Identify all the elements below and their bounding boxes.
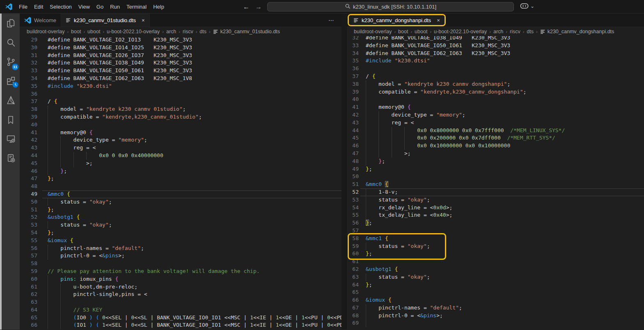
line-number[interactable]: 30 (20, 44, 48, 52)
line-number[interactable]: 51 (347, 181, 366, 188)
more-actions-button[interactable]: ⋯ (321, 14, 341, 27)
code-text[interactable]: pinctrl-0 = <&pins>; (366, 312, 644, 320)
code-text[interactable]: memory@0 { (48, 129, 341, 137)
line-number[interactable]: 39 (20, 113, 48, 121)
activity-item-explorer[interactable] (2, 14, 20, 34)
code-text[interactable]: model = "kendryte k230 canmv dongshanpi"… (366, 80, 644, 88)
breadcrumb-item-uboot[interactable]: uboot (87, 29, 100, 34)
menu-run[interactable]: Run (107, 2, 123, 11)
line-number[interactable]: 33 (20, 67, 48, 75)
breadcrumb-item-u-boot-2022-10-overlay[interactable]: u-boot-2022.10-overlay (434, 29, 487, 34)
breadcrumb-item-riscv[interactable]: riscv (183, 29, 193, 34)
code-text[interactable] (48, 90, 341, 98)
line-number[interactable]: 53 (347, 196, 366, 204)
tab-welcome[interactable]: Welcome (20, 14, 61, 27)
code-text[interactable]: }; (48, 175, 341, 183)
code-text[interactable]: rx_delay_line = <0x0d>; (366, 204, 644, 212)
copilot-menu[interactable]: ⌄ (520, 0, 534, 14)
line-number[interactable]: 56 (20, 245, 48, 252)
code-text[interactable]: #define BANK_VOLTAGE_IO50_IO61 K230_MSC_… (48, 67, 341, 75)
line-number[interactable]: 35 (347, 57, 366, 65)
code-text[interactable]: 0x0 0x200000 0x0 0x7dff000 /*MEM_RTT_SYS… (366, 134, 644, 142)
menu-edit[interactable]: Edit (31, 2, 46, 11)
code-text[interactable]: #define BANK_VOLTAGE_IO50_IO61 K230_MSC_… (366, 42, 644, 50)
line-number[interactable]: 42 (20, 136, 48, 144)
code-text[interactable]: pins: iomux_pins { (48, 275, 341, 283)
code-text[interactable]: 0x0 0 0x0 0x40000000 (48, 152, 341, 160)
menu-selection[interactable]: Selection (46, 2, 75, 11)
code-text[interactable]: status = "okay"; (48, 198, 341, 206)
code-text[interactable]: reg = < (48, 144, 341, 152)
activity-item-bookmarks[interactable] (2, 111, 20, 130)
line-number[interactable]: 61 (20, 283, 48, 291)
line-number[interactable]: 34 (20, 75, 48, 82)
line-number[interactable]: 44 (20, 152, 48, 160)
line-number[interactable]: 41 (20, 129, 48, 137)
line-number[interactable]: 63 (20, 298, 48, 306)
code-text[interactable]: &mmc0 { (366, 181, 644, 188)
line-number[interactable]: 42 (347, 111, 366, 119)
code-text[interactable]: memory@0 { (366, 103, 644, 111)
code-text[interactable]: }; (48, 229, 341, 237)
code-text[interactable]: reg = < (366, 119, 644, 127)
line-number[interactable]: 38 (347, 80, 366, 88)
line-number[interactable]: 68 (347, 312, 366, 320)
menu-terminal[interactable]: Terminal (123, 2, 150, 11)
code-text[interactable]: >; (48, 160, 341, 167)
code-text[interactable]: (IO0 ) ( 0<<SEL | 0<<SL | BANK_VOLTAGE_I… (48, 314, 341, 322)
code-text[interactable] (366, 65, 644, 73)
code-text[interactable] (366, 258, 644, 266)
command-center-search[interactable]: k230_linux_sdk [SSH: 10.10.1.101] (267, 2, 514, 11)
line-number[interactable]: 66 (347, 296, 366, 304)
code-text[interactable]: &iomux { (48, 237, 341, 245)
code-text[interactable]: status = "okay"; (366, 243, 644, 250)
code-text[interactable]: #define BANK_VOLTAGE_IO14_IO25 K230_MSC_… (48, 44, 341, 52)
line-number[interactable]: 39 (347, 88, 366, 96)
code-text[interactable]: #define BANK_VOLTAGE_IO26_IO37 K230_MSC_… (48, 52, 341, 60)
breadcrumb-item-dts[interactable]: dts (199, 29, 206, 34)
line-number[interactable]: 52 (20, 213, 48, 221)
line-number[interactable]: 66 (20, 321, 48, 329)
code-text[interactable]: // S3 KEY (48, 306, 341, 314)
code-text[interactable]: #define BANK_VOLTAGE_IO38_IO49 K230_MSC_… (366, 36, 644, 42)
line-number[interactable]: 62 (347, 266, 366, 273)
line-number[interactable]: 31 (20, 52, 48, 60)
line-number[interactable]: 33 (347, 42, 366, 50)
line-number[interactable]: 35 (20, 82, 48, 90)
breadcrumb-item-arch[interactable]: arch (493, 29, 503, 34)
code-text[interactable]: #define BANK_VOLTAGE_IO2_IO13 K230_MSC_3… (48, 36, 341, 44)
code-text[interactable] (366, 289, 644, 296)
breadcrumb-item-riscv[interactable]: riscv (510, 29, 520, 34)
line-number[interactable]: 37 (20, 98, 48, 105)
line-number[interactable]: 55 (347, 211, 366, 219)
line-number[interactable]: 67 (347, 304, 366, 312)
code-text[interactable]: / { (48, 98, 341, 105)
code-text[interactable] (366, 227, 644, 235)
line-number[interactable]: 47 (20, 175, 48, 183)
code-text[interactable]: &usbotg1 { (48, 213, 341, 221)
code-text[interactable] (366, 319, 644, 327)
line-number[interactable]: 48 (20, 183, 48, 190)
code-text[interactable]: // Please pay attention to the bank volt… (48, 268, 341, 275)
line-number[interactable]: 50 (347, 173, 366, 181)
code-text[interactable]: compatible = "kendryte,k230_canmv_dongsh… (366, 88, 644, 96)
line-number[interactable]: 60 (347, 250, 366, 258)
line-number[interactable]: 57 (20, 252, 48, 260)
code-text[interactable]: compatible = "kendryte,k230_canmv_01stud… (48, 113, 341, 121)
activity-item-cmake-tools[interactable] (2, 92, 20, 111)
code-text[interactable]: 0x0 0x8000000 0x0 0x7fff000 /*MEM_LINUX_… (366, 127, 644, 135)
breadcrumb-item-u-boot-2022-10-overlay[interactable]: u-boot-2022.10-overlay (107, 29, 160, 34)
line-number[interactable]: 63 (347, 273, 366, 281)
line-number[interactable]: 40 (347, 96, 366, 103)
code-text[interactable]: }; (366, 219, 644, 227)
line-number[interactable]: 34 (347, 50, 366, 57)
line-number[interactable]: 49 (347, 165, 366, 173)
menu-go[interactable]: Go (93, 2, 107, 11)
menu-view[interactable]: View (75, 2, 93, 11)
line-number[interactable]: 38 (20, 105, 48, 113)
code-text[interactable]: pinctrl-names = "default"; (366, 304, 644, 312)
line-number[interactable]: 65 (347, 289, 366, 296)
line-number[interactable]: 60 (20, 275, 48, 283)
line-number[interactable]: 46 (347, 142, 366, 150)
line-number[interactable]: 41 (347, 103, 366, 111)
